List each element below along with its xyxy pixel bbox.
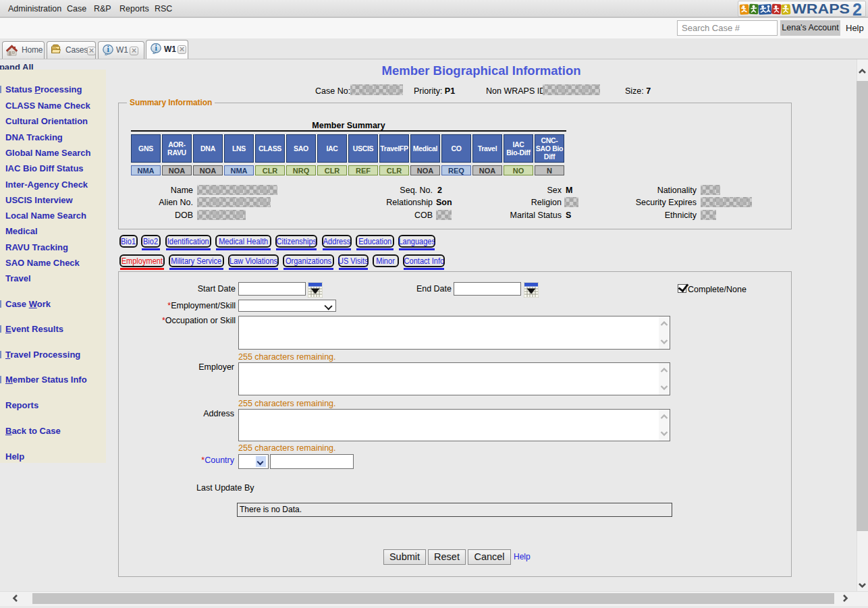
svg-text:WRAPS: WRAPS bbox=[792, 2, 850, 16]
svg-text:2: 2 bbox=[852, 2, 862, 17]
